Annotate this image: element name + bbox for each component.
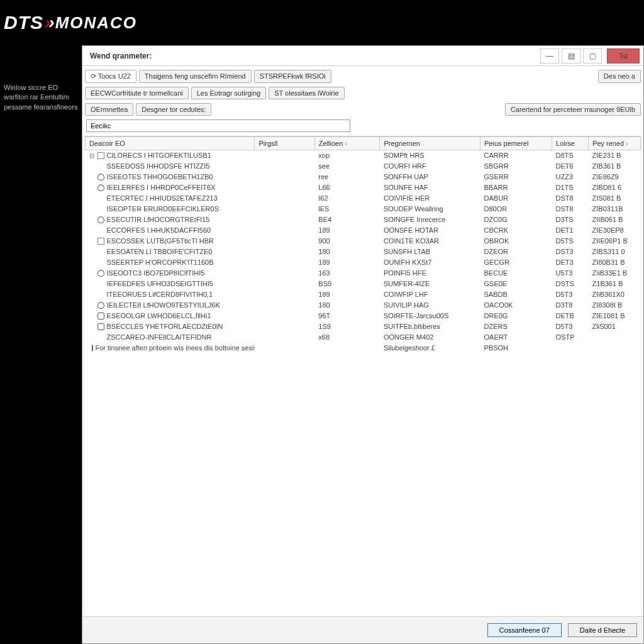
tab-oerm[interactable]: OErmnettea (85, 103, 133, 116)
cell: SUIVILIP HAG (380, 300, 480, 311)
row-label: IEELERFES I HHRDP0CeFFEIT6X (107, 184, 216, 191)
table-row[interactable]: ISEEOTES THHOGOEBETH1ZB0reeSONFFH UAPGSE… (86, 172, 641, 182)
cell: ZIE1081 B (589, 311, 641, 321)
row-label: ISEOPTER ERURD0EEFCIKLER0S (107, 205, 219, 213)
cell: Silubeigeshoor £ (380, 343, 480, 353)
col-deacoir[interactable]: Deacoir EO (86, 137, 255, 150)
table-row[interactable]: For tinsnee aften pritoein wis inees dis… (86, 343, 641, 353)
cancel-button[interactable]: Daite d Ehecte (568, 623, 637, 637)
cell: COURFI HRF (380, 161, 480, 172)
table-row[interactable]: ECCORFES I.HHUK5DACFFI560189OONSFE HOTAR… (86, 225, 641, 236)
cell: OUNIFH KXSt7 (380, 257, 480, 268)
tab-carer[interactable]: Carertend for perceteer rraunoger 9EUlb (505, 103, 641, 116)
confirm-button[interactable]: Cossanfeene 07 (487, 623, 562, 637)
cell: DRE0G (480, 311, 552, 321)
table-row[interactable]: ISEOPTER ERURD0EEFCIKLER0SlESSOUDEP Weal… (86, 204, 641, 214)
cell: 163 (314, 268, 380, 279)
tab-st[interactable]: ST olessitaes iWoirie (269, 87, 344, 99)
table-row[interactable]: ESCOSSEK LUTB(GF5TticTI HBR900COIN1TE KO… (86, 236, 641, 247)
blank-icon (97, 334, 104, 341)
cell: ZIBD81 6 (589, 182, 641, 193)
cell: ZIiB361X0 (589, 289, 641, 300)
cell: CBCRK (480, 225, 552, 236)
cell: COIN1TE KO3AR (380, 236, 480, 247)
layout1-button[interactable]: ▤ (562, 48, 580, 64)
cell: DST3 (552, 247, 589, 257)
cell: SUITFEb,bltiberes (380, 321, 480, 332)
cell: x68 (314, 332, 380, 343)
table-row[interactable]: ⊟CILORECS I HITGOFEKTILUSB1xopSOMPft HRS… (86, 150, 641, 161)
cell: Z1B361 B (589, 279, 641, 289)
cell: BE4 (314, 214, 380, 225)
table-row[interactable]: ISEOOTC3 IBO7EDP8IClfTIHI5163POINFI5 HFE… (86, 268, 641, 279)
close-button[interactable]: Tsl (607, 48, 640, 64)
cell: OBROK (480, 236, 552, 247)
brand-dts: DTS (4, 12, 43, 33)
layout2-button[interactable]: ▢ (583, 48, 602, 64)
cell: OONSFE HOTAR (380, 225, 480, 236)
col-peyrened[interactable]: Pey rened (589, 137, 641, 150)
cell: D8TS (552, 150, 589, 161)
table-row[interactable]: ESEOOLGR LWHOD6ELCL,filHi196TSOIRFTE-Jar… (86, 311, 641, 321)
blank-icon (97, 206, 104, 213)
blank-icon (97, 280, 104, 287)
tab-tools[interactable]: ⟳ Toocs U22 (85, 70, 136, 83)
shield-icon (97, 270, 104, 277)
row-label: ESEOOLGR LWHOD6ELCL,filHi1 (107, 312, 211, 319)
cell: ZI8308I B (589, 300, 641, 311)
sidebar: Winlow siccre EO warfiton rar Eentultim … (0, 45, 82, 644)
tab-signs[interactable]: Thsigens feng unscefirn Rímiend (139, 70, 252, 83)
table-row[interactable]: SSEEDOSS IHHODSFE HTIZZI5seeCOURFI HRFSB… (86, 161, 641, 172)
cell: UZZ3 (552, 172, 589, 182)
brand-monaco: MONACO (55, 13, 137, 33)
filter-input[interactable] (86, 119, 350, 132)
cell: DZERS (480, 321, 552, 332)
cell: SUMFER-4IZE (380, 279, 480, 289)
row-label: SSEEDOSS IHHODSFE HTIZZI5 (107, 162, 210, 170)
cell: I62 (314, 193, 380, 204)
table-row[interactable]: ITEEORUES LifCERD8FIVITIH0,1189COIWFIP L… (86, 289, 641, 300)
col-pregnernen[interactable]: Pregnernen (380, 137, 480, 150)
cell: ZliS001 (589, 321, 641, 332)
cell: DET1 (552, 225, 589, 236)
brand-bar: DTS › › MONACO (0, 0, 644, 45)
cell: COIWFIP LHF (380, 289, 480, 300)
col-loirse[interactable]: Loirse (552, 137, 589, 150)
table-row[interactable]: EESOATEN LI TBBOIFE'CFITZE0180SUNSFH LTA… (86, 247, 641, 257)
table-row[interactable]: ETECRTEC I HHIUDS2ETAFEZ213I62COIVIFIE H… (86, 193, 641, 204)
table-row[interactable]: IEELERFES I HHRDP0CeFFEIT6XL66SOUNFE HAF… (86, 182, 641, 193)
table-row[interactable]: BSECCLES YHETFORLAECDZtE0IN1S9SUITFEb,bl… (86, 321, 641, 332)
main-table: Deacoir EO Pirgsll Zellioen Pregnernen P… (85, 136, 641, 616)
table-row[interactable]: ZSCCAREO-INFEllCLAITEFIDNRx68OONGER M402… (86, 332, 641, 343)
col-pirgsll[interactable]: Pirgsll (255, 137, 314, 150)
col-peius[interactable]: Peius pemerel (480, 137, 552, 150)
tab-designer[interactable]: Desgner tor cedutes: (136, 103, 211, 116)
table-row[interactable]: IEILECTE8 LfHOWO9TESTYIULJ6K180SUIVILIP … (86, 300, 641, 311)
cell: ZIE30EP8 (589, 225, 641, 236)
row-label: BSECCLES YHETFORLAECDZtE0IN (107, 323, 223, 330)
lock-icon (97, 323, 104, 330)
cell: DET6 (552, 161, 589, 172)
tab-les[interactable]: Les Eotragr sutirging (191, 87, 267, 99)
cell: SOUDEP Weallring (380, 204, 480, 214)
cell: D5TS (552, 236, 589, 247)
cell: POINFI5 HFE (380, 268, 480, 279)
minimize-button[interactable]: — (540, 48, 559, 64)
row-label: ESCOSSEK LUTB(GF5TticTI HBR (107, 237, 214, 245)
table-row[interactable]: ESECUTIR LfHOCORGTREtFl15BE4SOINGFE Inre… (86, 214, 641, 225)
cell: SOINGFE Inrecerce (380, 214, 480, 225)
tree-toggle-icon[interactable]: ⊟ (89, 152, 95, 159)
col-zellioen[interactable]: Zellioen (314, 137, 380, 150)
table-row[interactable]: SSEERTEP H'ORCOPRK'lT1160B189OUNIFH KXSt… (86, 257, 641, 268)
tab-stsrp[interactable]: STSRPEFkwk fRSIOi (254, 70, 331, 83)
app-window: Wend qranmeter: — ▤ ▢ Tsl ⟳ Toocs U22 Th… (82, 45, 644, 644)
shield-icon (97, 184, 104, 191)
cell: ZI80B31 B (589, 257, 641, 268)
row-label: CILORECS I HITGOFEKTILUSB1 (107, 152, 211, 159)
tab-desneo[interactable]: Des neo a (598, 70, 641, 83)
cell: OACO0K (480, 300, 552, 311)
row-label: ISEEOTES THHOGOEBETH1ZB0 (107, 173, 213, 180)
table-row[interactable]: IEFEEDFES UFHO3DSEIGTTIHI5BS9SUMFER-4IZE… (86, 279, 641, 289)
cell: OAERT (480, 332, 552, 343)
tab-eecw[interactable]: EECWCorfritiute tr tormellcani (85, 87, 189, 99)
